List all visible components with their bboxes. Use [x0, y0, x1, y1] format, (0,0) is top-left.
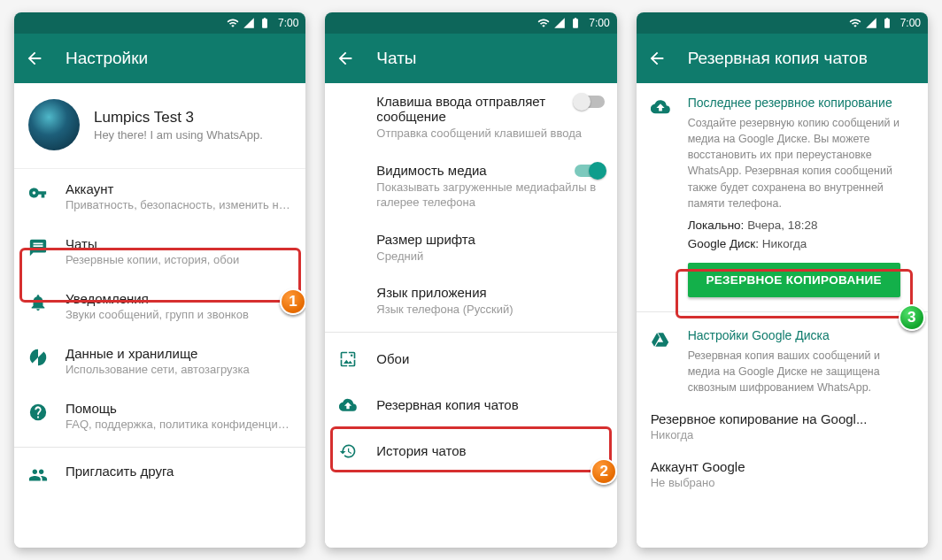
wifi-icon [849, 17, 861, 29]
section-description: Резервная копия ваших сообщений и медиа … [688, 348, 914, 395]
row-google-account[interactable]: Аккаунт Google Не выбрано [637, 450, 928, 498]
divider [325, 332, 616, 333]
backup-button[interactable]: РЕЗЕРВНОЕ КОПИРОВАНИЕ [688, 263, 900, 297]
avatar [28, 99, 80, 150]
battery-icon [881, 17, 893, 29]
section-header: Последнее резервное копирование [688, 96, 914, 110]
setting-language[interactable]: Язык приложения Язык телефона (Русский) [325, 274, 616, 328]
settings-item-data[interactable]: Данные и хранилищеИспользование сети, ав… [14, 334, 305, 388]
back-icon[interactable] [25, 49, 44, 68]
chat-icon [28, 238, 48, 257]
app-bar: Настройки [14, 34, 305, 83]
section-gdrive-settings: Настройки Google Диска Резервная копия в… [637, 316, 928, 399]
cloud-upload-icon [651, 97, 670, 117]
profile-name: Lumpics Test 3 [94, 109, 263, 127]
wallpaper-icon [339, 350, 357, 368]
step-badge: 1 [280, 288, 305, 315]
clock: 7:00 [900, 17, 921, 29]
clock: 7:00 [278, 17, 298, 29]
settings-item-notifications[interactable]: УведомленияЗвуки сообщений, групп и звон… [14, 279, 305, 334]
settings-item-help[interactable]: ПомощьFAQ, поддержка, политика конфиденц… [14, 388, 305, 443]
section-description: Создайте резервную копию сообщений и мед… [688, 115, 914, 211]
menu-history[interactable]: История чатов [325, 428, 616, 474]
data-icon [28, 348, 48, 367]
battery-icon [569, 17, 582, 29]
step-badge: 2 [591, 458, 616, 485]
history-icon [339, 442, 357, 460]
section-header: Настройки Google Диска [688, 328, 914, 342]
step-badge: 3 [899, 304, 925, 331]
battery-icon [259, 17, 271, 29]
kv-gdrive: Google Диск: Никогда [637, 234, 928, 252]
kv-local: Локально: Вчера, 18:28 [637, 215, 928, 234]
section-last-backup: Последнее резервное копирование Создайте… [637, 83, 928, 215]
page-title: Настройки [66, 49, 148, 68]
screen-settings: 7:00 Настройки Lumpics Test 3 Hey there!… [14, 12, 305, 548]
cloud-upload-icon [339, 396, 357, 414]
key-icon [28, 183, 48, 203]
status-bar: 7:00 [637, 12, 928, 34]
help-icon [28, 403, 48, 422]
toggle-on[interactable] [575, 165, 605, 177]
app-bar: Резервная копия чатов [637, 34, 928, 83]
app-bar: Чаты [325, 34, 616, 83]
back-icon[interactable] [336, 49, 355, 68]
wifi-icon [227, 17, 239, 29]
page-title: Чаты [376, 49, 416, 68]
profile-status: Hey there! I am using WhatsApp. [94, 128, 263, 142]
signal-icon [865, 17, 877, 29]
signal-icon [243, 17, 255, 29]
screen-backup: 7:00 Резервная копия чатов Последнее рез… [637, 12, 928, 548]
people-icon [28, 465, 48, 485]
clock: 7:00 [589, 17, 609, 29]
menu-backup[interactable]: Резервная копия чатов [325, 382, 616, 428]
bell-icon [28, 293, 48, 312]
profile-row[interactable]: Lumpics Test 3 Hey there! I am using Wha… [14, 83, 305, 169]
row-backup-frequency[interactable]: Резервное копирование на Googl... Никогд… [637, 399, 928, 450]
setting-media-visibility[interactable]: Видимость медиа Показывать загруженные м… [325, 152, 616, 221]
toggle-off[interactable] [575, 96, 605, 108]
signal-icon [553, 17, 566, 29]
setting-font-size[interactable]: Размер шрифта Средний [325, 221, 616, 275]
screen-chats: 7:00 Чаты Клавиша ввода отправляет сообщ… [325, 12, 616, 548]
settings-item-invite[interactable]: Пригласить друга [14, 451, 305, 497]
page-title: Резервная копия чатов [688, 49, 868, 68]
back-icon[interactable] [647, 49, 667, 68]
setting-enter-sends[interactable]: Клавиша ввода отправляет сообщение Отпра… [325, 83, 616, 152]
settings-item-account[interactable]: АккаунтПриватность, безопасность, измени… [14, 169, 305, 224]
status-bar: 7:00 [325, 12, 616, 34]
settings-item-chats[interactable]: ЧатыРезервные копии, история, обои [14, 224, 305, 279]
menu-wallpaper[interactable]: Обои [325, 336, 616, 382]
wifi-icon [537, 17, 550, 29]
divider [637, 311, 928, 312]
google-drive-icon [651, 330, 670, 349]
status-bar: 7:00 [14, 12, 305, 34]
divider [14, 447, 305, 448]
